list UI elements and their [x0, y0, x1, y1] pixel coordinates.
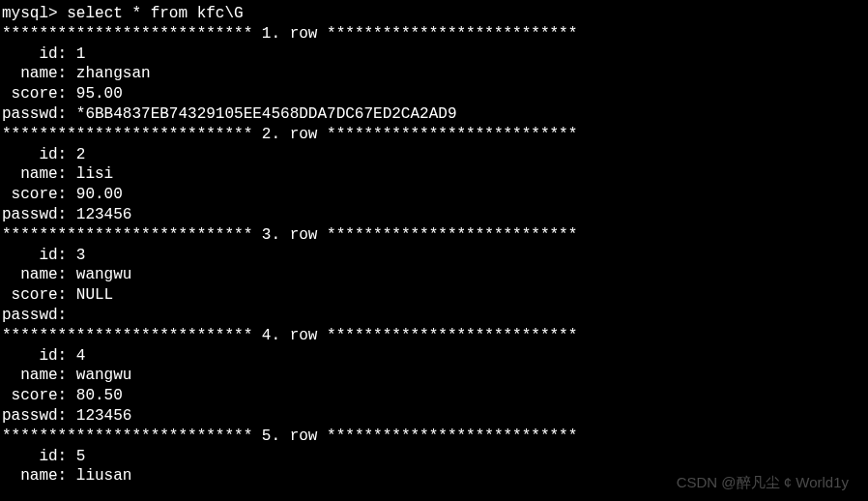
- field-passwd-1: passwd: *6BB4837EB74329105EE4568DDA7DC67…: [2, 104, 866, 125]
- mysql-prompt: mysql>: [2, 5, 67, 22]
- field-name-2: name: lisi: [2, 164, 866, 185]
- field-id-2: id: 2: [2, 145, 866, 165]
- command-line[interactable]: mysql> select * from kfc\G: [2, 4, 866, 24]
- field-score-4: score: 80.50: [2, 386, 866, 406]
- field-score-1: score: 95.00: [2, 84, 866, 104]
- watermark-text: CSDN @醉凡尘 ¢ World1y: [677, 473, 849, 492]
- field-name-1: name: zhangsan: [2, 64, 866, 84]
- field-id-4: id: 4: [2, 346, 866, 367]
- row-separator-5: *************************** 5. row *****…: [2, 427, 866, 447]
- field-id-5: id: 5: [2, 447, 866, 467]
- field-passwd-4: passwd: 123456: [2, 406, 866, 427]
- field-id-3: id: 3: [2, 246, 866, 266]
- field-name-3: name: wangwu: [2, 265, 866, 285]
- sql-command: select * from kfc\G: [67, 5, 243, 22]
- field-score-3: score: NULL: [2, 285, 866, 306]
- row-separator-3: *************************** 3. row *****…: [2, 225, 866, 246]
- field-name-4: name: wangwu: [2, 366, 866, 386]
- field-passwd-3: passwd:: [2, 306, 866, 326]
- row-separator-1: *************************** 1. row *****…: [2, 24, 866, 44]
- row-separator-4: *************************** 4. row *****…: [2, 326, 866, 346]
- terminal-output: mysql> select * from kfc\G *************…: [2, 4, 866, 486]
- row-separator-2: *************************** 2. row *****…: [2, 125, 866, 145]
- field-score-2: score: 90.00: [2, 185, 866, 205]
- field-id-1: id: 1: [2, 44, 866, 65]
- field-passwd-2: passwd: 123456: [2, 205, 866, 225]
